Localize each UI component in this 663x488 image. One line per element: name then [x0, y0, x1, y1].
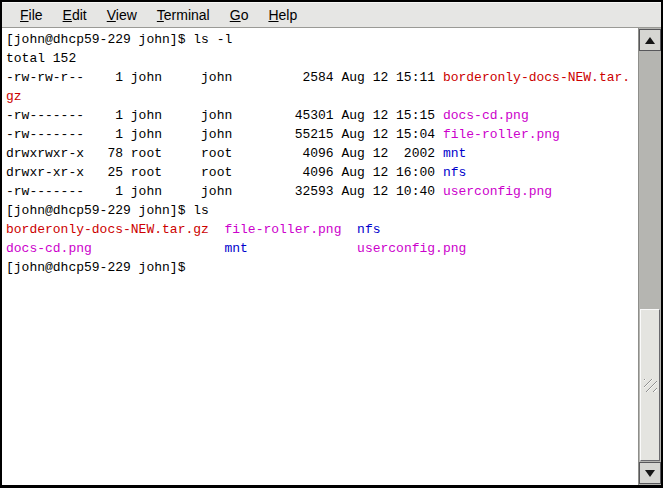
menu-bar: FileEditViewTerminalGoHelp: [2, 2, 661, 28]
terminal-body: [john@dhcp59-229 john]$ ls -ltotal 152-r…: [2, 28, 661, 485]
vertical-scrollbar[interactable]: [638, 28, 661, 485]
terminal-text-segment: userconfig.png: [357, 241, 466, 256]
terminal-line: -rw-rw-r-- 1 john john 2584 Aug 12 15:11…: [6, 68, 638, 87]
terminal-line: total 152: [6, 49, 638, 68]
terminal-text-segment: nfs: [357, 222, 380, 237]
terminal-text-segment: total 152: [6, 51, 76, 66]
terminal-line: [john@dhcp59-229 john]$: [6, 258, 638, 277]
menu-item-terminal[interactable]: Terminal: [147, 4, 220, 26]
terminal-text-segment: mnt: [443, 146, 466, 161]
menu-accelerator: H: [268, 7, 278, 23]
menu-item-file[interactable]: File: [10, 4, 53, 26]
terminal-text-segment: [john@dhcp59-229 john]$ ls -l: [6, 32, 232, 47]
terminal-line: [john@dhcp59-229 john]$ ls -l: [6, 30, 638, 49]
terminal-text-segment: borderonly-docs-NEW.tar.gz: [6, 222, 209, 237]
terminal-line: [john@dhcp59-229 john]$ ls: [6, 201, 638, 220]
terminal-text-segment: userconfig.png: [443, 184, 552, 199]
terminal-text-segment: file-roller.png: [443, 127, 560, 142]
terminal-window: FileEditViewTerminalGoHelp [john@dhcp59-…: [0, 0, 663, 488]
window-frame: FileEditViewTerminalGoHelp [john@dhcp59-…: [2, 2, 661, 485]
terminal-line: drwxr-xr-x 25 root root 4096 Aug 12 16:0…: [6, 163, 638, 182]
terminal-text-segment: -rw-rw-r-- 1 john john 2584 Aug 12 15:11: [6, 70, 443, 85]
scroll-down-arrow-icon: [645, 470, 655, 477]
terminal-text-segment: gz: [6, 89, 22, 104]
terminal-text-segment: [341, 222, 357, 237]
terminal-text-segment: [john@dhcp59-229 john]$ ls: [6, 203, 209, 218]
terminal-text-segment: file-roller.png: [224, 222, 341, 237]
terminal-text-segment: [john@dhcp59-229 john]$: [6, 260, 193, 275]
menu-accelerator: V: [107, 7, 116, 23]
menu-accelerator: F: [20, 7, 29, 23]
terminal-text-segment: drwxr-xr-x 25 root root 4096 Aug 12 16:0…: [6, 165, 443, 180]
menu-item-edit[interactable]: Edit: [53, 4, 97, 26]
terminal-text-segment: -rw------- 1 john john 45301 Aug 12 15:1…: [6, 108, 443, 123]
terminal-line: drwxrwxr-x 78 root root 4096 Aug 12 2002…: [6, 144, 638, 163]
menu-accelerator: G: [230, 7, 241, 23]
terminal-text-segment: nfs: [443, 165, 466, 180]
terminal-text-segment: -rw------- 1 john john 32593 Aug 12 10:4…: [6, 184, 443, 199]
terminal-line: -rw------- 1 john john 55215 Aug 12 15:0…: [6, 125, 638, 144]
terminal-screen[interactable]: [john@dhcp59-229 john]$ ls -ltotal 152-r…: [2, 28, 638, 485]
terminal-text-segment: docs-cd.png: [6, 241, 92, 256]
terminal-text-segment: drwxrwxr-x 78 root root 4096 Aug 12 2002: [6, 146, 443, 161]
scroll-up-button[interactable]: [639, 29, 661, 51]
terminal-text-segment: [209, 222, 225, 237]
terminal-text-segment: borderonly-docs-NEW.tar.: [443, 70, 630, 85]
menu-item-go[interactable]: Go: [220, 4, 259, 26]
scroll-down-button[interactable]: [639, 462, 661, 484]
terminal-text-segment: -rw------- 1 john john 55215 Aug 12 15:0…: [6, 127, 443, 142]
terminal-line: docs-cd.png mnt userconfig.png: [6, 239, 638, 258]
scrollbar-grip-icon: [644, 379, 657, 392]
scrollbar-thumb[interactable]: [640, 309, 660, 461]
menu-accelerator: E: [63, 7, 72, 23]
terminal-line: gz: [6, 87, 638, 106]
terminal-line: -rw------- 1 john john 45301 Aug 12 15:1…: [6, 106, 638, 125]
terminal-line: -rw------- 1 john john 32593 Aug 12 10:4…: [6, 182, 638, 201]
scroll-up-arrow-icon: [645, 37, 655, 44]
terminal-text-segment: [248, 241, 357, 256]
terminal-line: borderonly-docs-NEW.tar.gz file-roller.p…: [6, 220, 638, 239]
terminal-text-segment: mnt: [224, 241, 247, 256]
menu-accelerator: T: [157, 7, 164, 23]
menu-item-help[interactable]: Help: [258, 4, 307, 26]
terminal-text-segment: [92, 241, 225, 256]
terminal-text-segment: docs-cd.png: [443, 108, 529, 123]
menu-item-view[interactable]: View: [97, 4, 147, 26]
